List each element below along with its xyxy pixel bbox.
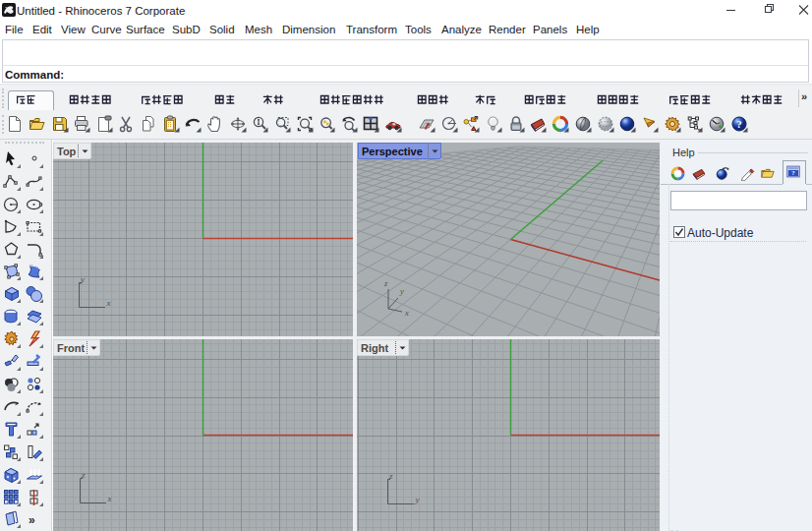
svg-text:x: x xyxy=(106,298,111,308)
svg-text:?: ? xyxy=(736,118,742,130)
svg-text:x: x xyxy=(404,308,409,317)
svg-text:y: y xyxy=(415,495,420,504)
svg-text:z: z xyxy=(388,471,393,481)
svg-text:?: ? xyxy=(791,169,794,176)
svg-text:z: z xyxy=(383,278,388,288)
svg-text:z: z xyxy=(81,470,86,480)
svg-text:y: y xyxy=(399,286,404,296)
svg-text:x: x xyxy=(107,494,112,503)
svg-text:y: y xyxy=(80,274,85,284)
svg-text:»: » xyxy=(29,513,35,527)
